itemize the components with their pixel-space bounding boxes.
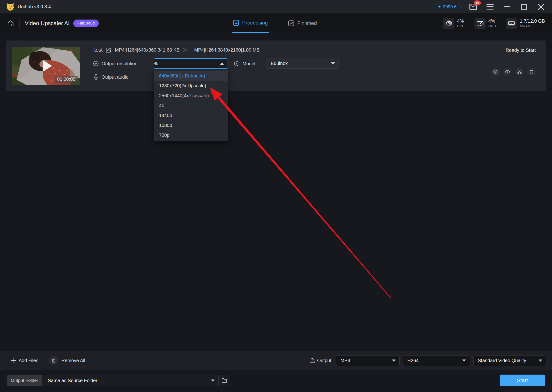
add-files-label: Add Files (19, 358, 38, 363)
tab-processing-label: Processing (242, 20, 268, 26)
resolution-option[interactable]: 1440p (154, 110, 228, 120)
model-value: Equinox (266, 61, 288, 66)
settings-icon (493, 70, 498, 74)
file-name: test (94, 47, 102, 53)
footer-bar: Output Folder Same as Source Folder Star… (0, 370, 552, 392)
remove-all-button[interactable]: Remove All (49, 356, 85, 365)
trash-icon (529, 70, 534, 74)
menu-button[interactable] (486, 2, 495, 11)
model-select[interactable]: Equinox (266, 58, 339, 69)
maximize-icon (521, 4, 527, 10)
gpu-value: 4% (488, 18, 496, 24)
divider (19, 19, 20, 28)
credits-pill[interactable]: ✦ 3999.6 (434, 3, 460, 10)
plus-icon (11, 358, 16, 363)
resolution-option[interactable]: 720p (154, 130, 228, 140)
output-folder-value: Same as Source Folder (42, 378, 97, 383)
model-icon (234, 61, 240, 66)
chevron-down-icon (392, 359, 396, 362)
folder-icon (221, 378, 227, 383)
cpu-label: CPU (457, 24, 465, 28)
chevron-up-icon (220, 63, 224, 65)
app-title: UniFab v3.0.3.4 (18, 4, 51, 9)
start-button[interactable]: Start (500, 375, 545, 386)
resolution-select[interactable]: 4k (154, 58, 228, 69)
chevron-down-icon (331, 62, 335, 64)
output-folder-select[interactable]: Same as Source Folder (42, 375, 218, 386)
chevron-down-icon (211, 379, 215, 382)
format-value: MP4 (336, 358, 350, 363)
resolution-option[interactable]: 2560x1440(4x Upscale) (154, 91, 228, 100)
rename-button[interactable] (106, 47, 111, 53)
close-button[interactable] (537, 2, 545, 11)
tab-finished[interactable]: Finished (287, 14, 318, 33)
resource-meters: 4% CPU 4% GPU (443, 14, 545, 33)
resolution-option[interactable]: 4k (154, 100, 228, 110)
audio-label: Output audio (102, 74, 129, 80)
remove-all-trash-icon (49, 356, 58, 365)
bottom-toolbar: Add Files Remove All Output MP4 H264 (0, 351, 552, 370)
eye-icon (505, 70, 510, 74)
chevron-down-icon (462, 359, 466, 362)
preview-button[interactable] (503, 68, 512, 76)
audio-icon (93, 74, 99, 80)
mram-icon (506, 18, 517, 29)
finished-icon (288, 20, 294, 26)
video-duration: 00:00:05 (55, 76, 78, 83)
resolution-option[interactable]: 1280x720(2x Upscale) (154, 81, 228, 91)
output-folder-group: Output Folder Same as Source Folder (7, 375, 230, 386)
sparkle-icon: ✦ (438, 5, 441, 9)
file-card: 00:00:05 test MP4|H264|640x360|341.68 KB… (6, 41, 546, 91)
codec-value: H264 (403, 358, 419, 363)
resolution-dropdown-menu: 640x360(1x Enhance) 1280x720(2x Upscale)… (154, 70, 228, 141)
maximize-button[interactable] (519, 2, 528, 11)
mram-meter: 1.7/12.0 GB MRAM (506, 18, 545, 29)
quality-select[interactable]: Standard Video Quality (473, 355, 546, 366)
output-folder-label: Output Folder (7, 375, 42, 386)
mram-value: 1.7/12.0 GB (520, 18, 545, 24)
home-icon (7, 20, 14, 27)
cpu-meter: 4% CPU (443, 18, 465, 29)
title-bar: UniFab v3.0.3.4 ✦ 3999.6 19 (0, 0, 552, 14)
output-label: Output (317, 358, 331, 363)
mail-button[interactable]: 19 (469, 2, 478, 11)
minimize-button[interactable] (502, 2, 511, 11)
cpu-icon (443, 18, 454, 29)
play-icon (43, 60, 52, 72)
source-format-info: MP4|H264|640x360|341.68 KB (115, 47, 179, 53)
hamburger-icon (487, 4, 494, 10)
trim-button[interactable] (515, 68, 524, 76)
delete-button[interactable] (527, 68, 536, 76)
browse-folder-button[interactable] (218, 375, 230, 386)
fabcloud-badge: FabCloud (73, 20, 99, 27)
settings-button[interactable] (491, 68, 500, 76)
close-icon (538, 4, 544, 10)
edit-icon (106, 47, 111, 53)
credits-value: 3999.6 (443, 4, 457, 9)
quality-value: Standard Video Quality (474, 358, 526, 363)
tab-bar: Processing Finished (232, 14, 318, 33)
gpu-icon (474, 18, 486, 29)
mail-badge: 19 (474, 0, 481, 5)
home-button[interactable] (7, 20, 14, 27)
resolution-label: Output resolution (102, 61, 137, 66)
resolution-value: 4k (154, 62, 158, 66)
cpu-value: 4% (457, 18, 465, 24)
add-files-button[interactable]: Add Files (11, 358, 38, 363)
video-thumbnail[interactable]: 00:00:05 (12, 47, 80, 85)
status-text: Ready to Start (506, 48, 536, 53)
model-label: Model (242, 61, 255, 66)
resolution-option[interactable]: 640x360(1x Enhance) (154, 71, 228, 81)
target-format-info: MP4|H264|3840x2160|1.00 MB (194, 47, 260, 53)
scissors-icon (517, 70, 522, 74)
tab-processing[interactable]: Processing (232, 14, 269, 33)
gpu-label: GPU (488, 24, 496, 28)
resolution-option[interactable]: 1080p (154, 120, 228, 130)
codec-select[interactable]: H264 (403, 355, 470, 366)
nav-bar: Video Upscaler AI FabCloud Processing Fi… (0, 14, 552, 33)
remove-all-label: Remove All (61, 358, 85, 363)
chevron-down-icon (538, 359, 542, 362)
tab-finished-label: Finished (297, 20, 317, 26)
format-select[interactable]: MP4 (336, 355, 400, 366)
mram-label: MRAM (520, 24, 545, 28)
